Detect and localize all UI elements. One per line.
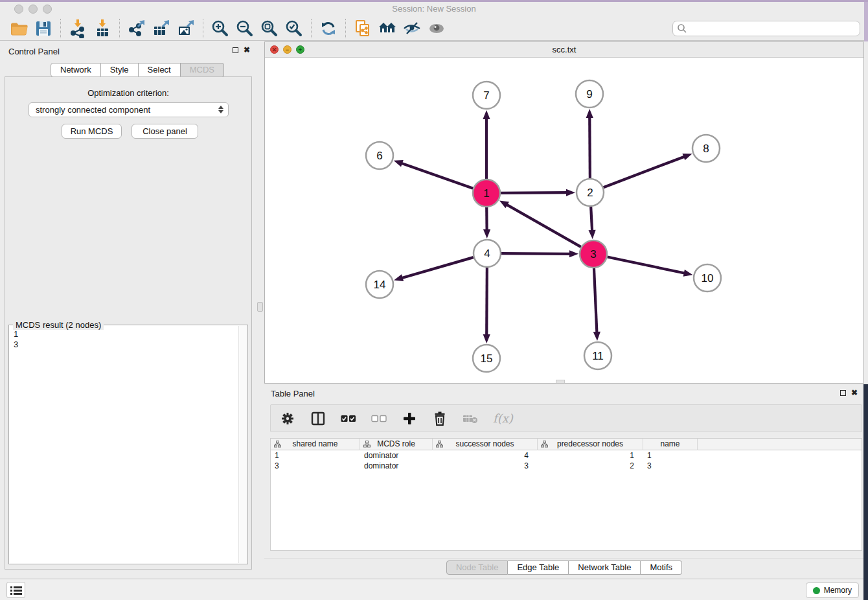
table-panel-title: Table Panel [271,389,315,398]
tab-style[interactable]: Style [101,63,139,77]
save-session-icon[interactable] [32,18,54,39]
graph-edge-2-9[interactable] [589,117,590,178]
graph-edge-1-2[interactable] [501,192,567,193]
graph-node-label: 4 [484,248,490,260]
graph-edge-4-15[interactable] [486,268,487,336]
graph-edge-2-8[interactable] [604,156,685,187]
node-table: shared nameMCDS rolesuccessor nodesprede… [270,438,862,551]
refresh-layout-icon[interactable] [317,18,339,39]
graph-node-label: 8 [703,143,709,155]
tab-node-table[interactable]: Node Table [446,560,508,575]
float-table-panel-icon[interactable] [840,390,846,396]
optimization-criterion-select[interactable]: strongly connected component [29,102,229,117]
mcds-result-list: 13 [9,327,238,564]
control-panel: Control Panel ✖ NetworkStyleSelectMCDS O… [0,41,257,579]
delete-column-icon[interactable] [432,411,448,426]
column-header-predecessor-nodes[interactable]: predecessor nodes [538,439,643,450]
table-cell[interactable]: 1 [271,450,360,461]
table-cell[interactable]: 1 [643,450,698,461]
network-graph-canvas[interactable]: 7968124314101511 [265,58,863,383]
desktop-edge-right [864,2,868,41]
mcds-result-item[interactable]: 3 [14,340,238,350]
select-stepper-icon [218,106,223,113]
search-icon [677,23,687,36]
graph-edge-3-11[interactable] [594,268,597,333]
hide-selected-icon[interactable] [401,18,423,39]
zoom-selected-icon[interactable] [283,18,305,39]
table-cell[interactable]: 3 [643,461,698,471]
mcds-result-group-title: MCDS result (2 nodes) [13,320,104,330]
tab-select[interactable]: Select [139,63,181,77]
table-cell[interactable]: 4 [433,450,538,461]
edge-arrowhead [394,274,404,281]
tab-network[interactable]: Network [51,63,101,77]
zoom-out-icon[interactable] [234,18,256,39]
table-cell[interactable]: 1 [538,450,643,461]
toggle-columns-icon[interactable] [310,411,326,426]
table-cell[interactable]: dominator [360,461,433,471]
select-all-rows-icon[interactable] [341,411,356,426]
column-header-MCDS-role[interactable]: MCDS role [360,439,433,450]
tab-edge-table[interactable]: Edge Table [508,560,569,575]
edge-arrowhead [499,200,509,208]
result-list-scrollbar[interactable] [238,326,247,563]
close-panel-icon[interactable]: ✖ [244,47,250,54]
first-neighbors-icon[interactable] [376,18,398,39]
close-table-panel-icon[interactable]: ✖ [851,389,858,397]
tab-mcds[interactable]: MCDS [181,63,224,77]
graph-edge-4-14[interactable] [402,257,474,278]
memory-button[interactable]: Memory [806,583,859,598]
import-network-icon[interactable] [67,18,89,39]
deselect-all-rows-icon[interactable] [371,411,387,426]
panel-splitter-handle[interactable] [257,302,263,312]
graph-node-label: 11 [592,350,604,362]
table-settings-icon[interactable] [280,411,295,426]
criterion-selected-value: strongly connected component [36,105,150,115]
network-table-splitter-handle[interactable] [556,380,565,383]
delete-table-icon[interactable] [463,411,478,426]
status-bar: Memory [0,579,868,600]
zoom-in-icon[interactable] [209,18,231,39]
open-session-icon[interactable] [8,18,30,39]
task-history-button[interactable] [6,582,25,598]
mcds-result-item[interactable]: 1 [14,329,238,340]
graph-edge-3-1[interactable] [506,204,580,247]
toolbar-separator [119,19,120,38]
tab-network-table[interactable]: Network Table [569,560,641,575]
table-row[interactable]: 3dominator323 [271,461,862,471]
zoom-fit-icon[interactable] [258,18,280,39]
new-network-from-selection-icon[interactable] [352,18,374,39]
import-table-icon[interactable] [91,18,113,39]
graph-edge-3-10[interactable] [608,257,685,273]
function-builder-icon[interactable]: f(x) [493,411,513,425]
float-panel-icon[interactable] [233,47,238,53]
export-network-icon[interactable] [126,18,148,39]
tab-motifs[interactable]: Motifs [641,560,682,575]
edge-arrowhead [566,189,575,196]
list-icon [10,586,22,595]
graph-edge-1-6[interactable] [401,163,473,189]
add-column-icon[interactable] [402,411,417,426]
column-header-shared-name[interactable]: shared name [271,439,360,450]
table-row[interactable]: 1dominator411 [271,450,862,461]
close-panel-button[interactable]: Close panel [131,124,198,139]
column-header-successor-nodes[interactable]: successor nodes [433,439,538,450]
table-cell[interactable]: 2 [538,461,643,471]
graph-node-label: 14 [374,279,386,291]
table-cell[interactable]: dominator [360,450,433,461]
search-input[interactable] [672,21,860,36]
column-header-name[interactable]: name [643,439,698,450]
graph-node-label: 3 [590,248,596,260]
table-cell[interactable]: 3 [271,461,360,471]
table-cell[interactable]: 3 [433,461,538,471]
main-titlebar: Session: New Session [0,2,868,16]
graph-edge-4-3[interactable] [501,253,571,254]
edge-arrowhead [588,230,595,239]
memory-button-label: Memory [824,586,852,595]
network-window-titlebar[interactable]: ✕ − + scc.txt [265,42,863,58]
graph-edge-2-3[interactable] [591,207,592,231]
show-all-icon[interactable] [426,18,448,39]
export-image-icon[interactable] [175,18,197,39]
run-mcds-button[interactable]: Run MCDS [62,124,122,139]
export-table-icon[interactable] [150,18,172,39]
